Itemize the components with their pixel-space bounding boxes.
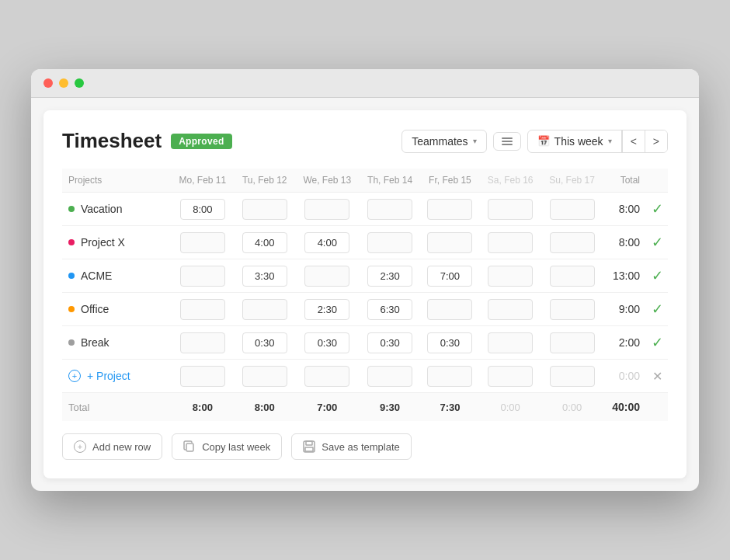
app-window: Timesheet Approved Teammates ▾ 📅 This we…	[31, 69, 699, 491]
dot-projectx	[68, 239, 75, 245]
copy-icon	[183, 440, 196, 453]
time-input[interactable]	[242, 299, 287, 320]
close-dot[interactable]	[43, 78, 53, 88]
row-total: 9:00	[603, 293, 646, 326]
time-input[interactable]	[180, 366, 225, 387]
list-view-button[interactable]	[493, 132, 521, 151]
main-content: Timesheet Approved Teammates ▾ 📅 This we…	[43, 110, 687, 478]
copy-label: Copy last week	[202, 441, 270, 453]
time-input[interactable]	[550, 232, 595, 253]
time-input[interactable]	[304, 266, 349, 287]
time-input[interactable]	[550, 299, 595, 320]
row-total: 8:00	[603, 193, 646, 226]
save-template-button[interactable]: Save as template	[291, 433, 411, 460]
svg-rect-0	[186, 443, 193, 451]
remove-row-icon[interactable]: ✕	[652, 370, 662, 383]
time-input[interactable]	[488, 299, 533, 320]
dot-office	[68, 306, 75, 312]
time-input[interactable]	[427, 232, 472, 253]
time-input[interactable]	[367, 232, 412, 253]
header-left: Timesheet Approved	[62, 129, 232, 153]
time-input[interactable]	[367, 332, 412, 353]
time-input[interactable]	[242, 266, 287, 287]
time-input[interactable]	[488, 199, 533, 220]
time-input[interactable]	[488, 266, 533, 287]
time-input[interactable]	[242, 332, 287, 353]
time-input[interactable]	[180, 299, 225, 320]
time-input[interactable]	[242, 232, 287, 253]
project-name: Break	[81, 336, 110, 349]
teammates-button[interactable]: Teammates ▾	[402, 130, 486, 153]
add-row-label: Add new row	[92, 441, 151, 453]
col-sat: Sa, Feb 16	[480, 169, 541, 193]
time-input[interactable]	[304, 332, 349, 353]
maximize-dot[interactable]	[75, 78, 84, 88]
grand-total: 40:00	[603, 393, 646, 422]
time-input[interactable]	[242, 199, 287, 220]
copy-last-week-button[interactable]: Copy last week	[172, 433, 282, 460]
add-project-row: + + Project 0:00 ✕	[62, 360, 668, 393]
table-row: Project X 8:00 ✓	[62, 226, 668, 259]
time-input[interactable]	[427, 299, 472, 320]
total-wed: 7:00	[295, 393, 360, 422]
time-input[interactable]	[550, 332, 595, 353]
add-project-circle-icon: +	[68, 370, 81, 382]
time-input[interactable]	[488, 366, 533, 387]
total-thu: 9:30	[360, 393, 421, 422]
time-input[interactable]	[304, 366, 349, 387]
approved-badge: Approved	[171, 134, 231, 149]
table-row: Office 9:00 ✓	[62, 293, 668, 326]
time-input[interactable]	[180, 266, 225, 287]
approved-check-icon: ✓	[652, 335, 663, 350]
page-title: Timesheet	[62, 129, 162, 153]
row-total: 2:00	[603, 326, 646, 360]
time-input[interactable]	[304, 199, 349, 220]
time-input[interactable]	[180, 199, 225, 220]
col-thu: Th, Feb 14	[360, 169, 421, 193]
svg-rect-3	[305, 447, 313, 451]
add-icon: +	[74, 440, 86, 453]
time-input[interactable]	[304, 299, 349, 320]
time-input[interactable]	[367, 299, 412, 320]
time-input[interactable]	[367, 199, 412, 220]
col-tue: Tu, Feb 12	[235, 169, 295, 193]
add-project-button[interactable]: + + Project	[62, 363, 169, 388]
save-template-label: Save as template	[322, 441, 399, 453]
add-row-button[interactable]: + Add new row	[62, 433, 162, 460]
time-input[interactable]	[427, 366, 472, 387]
week-nav-label: 📅 This week ▾	[528, 130, 622, 152]
save-icon	[303, 440, 315, 453]
time-input[interactable]	[180, 332, 225, 353]
time-input[interactable]	[427, 199, 472, 220]
col-total: Total	[603, 169, 646, 193]
dot-vacation	[68, 206, 75, 212]
titlebar	[31, 69, 699, 98]
col-wed: We, Feb 13	[295, 169, 360, 193]
project-name: Vacation	[81, 203, 122, 215]
prev-week-button[interactable]: <	[622, 130, 645, 152]
time-input[interactable]	[550, 266, 595, 287]
week-nav: 📅 This week ▾ < >	[527, 130, 668, 153]
header-right: Teammates ▾ 📅 This week ▾ < >	[402, 130, 668, 153]
time-input[interactable]	[242, 366, 287, 387]
time-input[interactable]	[550, 199, 595, 220]
time-input[interactable]	[367, 266, 412, 287]
time-input[interactable]	[488, 332, 533, 353]
footer-buttons: + Add new row Copy last week Save as tem…	[62, 433, 668, 460]
time-input[interactable]	[550, 366, 595, 387]
time-input[interactable]	[180, 232, 225, 253]
time-input[interactable]	[427, 332, 472, 353]
time-input[interactable]	[304, 232, 349, 253]
project-name: Office	[81, 303, 109, 315]
total-label: Total	[62, 393, 171, 422]
time-input[interactable]	[367, 366, 412, 387]
total-tue: 8:00	[235, 393, 295, 422]
week-chevron-icon: ▾	[608, 137, 612, 145]
minimize-dot[interactable]	[59, 78, 68, 88]
time-input[interactable]	[427, 266, 472, 287]
col-fri: Fr, Feb 15	[420, 169, 479, 193]
add-project-label: + Project	[87, 370, 130, 382]
week-label: This week	[554, 135, 603, 148]
next-week-button[interactable]: >	[645, 130, 667, 152]
time-input[interactable]	[488, 232, 533, 253]
